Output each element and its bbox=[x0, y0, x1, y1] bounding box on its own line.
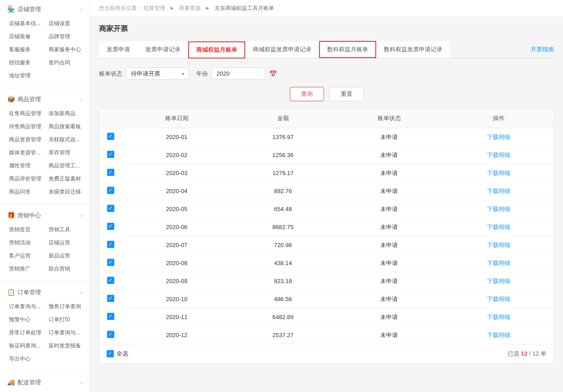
product-items: 在售商品管理 添加新商品 待售商品管理 商品搜索看板 商品资质管理 关联版式设.… bbox=[0, 107, 90, 202]
sidebar-item-order-5[interactable]: 异常订单处理 bbox=[7, 327, 47, 338]
calendar-icon[interactable]: 📅 bbox=[269, 70, 277, 77]
row-checkbox-cell bbox=[99, 254, 122, 272]
sidebar-item-store-1[interactable]: 店铺基本信... bbox=[7, 18, 47, 29]
row-checkbox-1[interactable] bbox=[107, 151, 114, 158]
sidebar-item-order-2[interactable]: 预售订单查询 bbox=[47, 301, 86, 312]
sidebar-item-marketing-8[interactable]: 联合营销 bbox=[47, 263, 86, 275]
sidebar-item-product-13[interactable]: 商品问答 bbox=[7, 186, 47, 198]
row-download-link[interactable]: 下载明细 bbox=[487, 206, 510, 212]
sidebar-item-store-4[interactable]: 品牌管理 bbox=[47, 31, 86, 42]
sidebar-item-marketing-1[interactable]: 营销首页 bbox=[7, 224, 47, 235]
row-download-link[interactable]: 下载明细 bbox=[487, 278, 510, 284]
sidebar-item-order-8[interactable]: 延时发货报备 bbox=[47, 340, 86, 351]
sidebar-item-store-2[interactable]: 店铺设置 bbox=[47, 18, 86, 29]
row-checkbox-8[interactable] bbox=[107, 277, 114, 284]
row-status: 未申请 bbox=[334, 128, 444, 146]
row-download-link[interactable]: 下载明细 bbox=[487, 332, 510, 338]
year-input[interactable] bbox=[212, 68, 266, 80]
tab-invoice-apply[interactable]: 发票申请 bbox=[99, 41, 138, 58]
select-all[interactable]: 全选 bbox=[107, 350, 128, 358]
sidebar-item-product-3[interactable]: 待售商品管理 bbox=[7, 121, 47, 132]
sidebar-item-order-7[interactable]: 验证码查询... bbox=[7, 340, 47, 351]
sidebar-header-marketing[interactable]: 🎁营销中心 › bbox=[0, 206, 90, 223]
sidebar-item-marketing-6[interactable]: 新品运营 bbox=[47, 250, 86, 261]
row-date: 2020-12 bbox=[122, 326, 231, 344]
sidebar-item-store-5[interactable]: 客服服务 bbox=[7, 44, 47, 55]
sidebar-item-store-7[interactable]: 招信服务 bbox=[7, 57, 47, 68]
row-checkbox-2[interactable] bbox=[107, 169, 114, 176]
sidebar-item-product-10[interactable]: 商品管理工... bbox=[47, 160, 86, 171]
row-download-link[interactable]: 下载明细 bbox=[487, 224, 510, 230]
sidebar-item-store-3[interactable]: 店铺装修 bbox=[7, 31, 47, 42]
tab-mall-invoice-record[interactable]: 商城权益发票申请记录 bbox=[245, 41, 319, 58]
sidebar-item-product-12[interactable]: 免费正版素材 bbox=[47, 173, 86, 185]
sidebar-item-product-1[interactable]: 在售商品管理 bbox=[7, 108, 47, 119]
sidebar-item-store-9[interactable]: 地址管理 bbox=[7, 70, 47, 81]
row-checkbox-0[interactable] bbox=[107, 133, 114, 140]
row-status: 未申请 bbox=[334, 182, 444, 200]
sidebar-item-product-8[interactable]: 库存管理 bbox=[47, 147, 86, 158]
sidebar-item-product-9[interactable]: 属性管理 bbox=[7, 160, 47, 171]
select-all-checkbox[interactable] bbox=[107, 350, 114, 357]
sidebar-item-order-4[interactable]: 订单打印 bbox=[47, 314, 86, 325]
status-select[interactable]: 待申请开票 已申请 全部 bbox=[126, 68, 189, 80]
row-checkbox-4[interactable] bbox=[107, 205, 114, 212]
sidebar: 🏪店铺管理 › 店铺基本信... 店铺设置 店铺装修 品牌管理 客服服务 商家服… bbox=[0, 0, 90, 392]
sidebar-item-marketing-7[interactable]: 营销推广 bbox=[7, 263, 47, 275]
row-download-link[interactable]: 下载明细 bbox=[487, 134, 510, 140]
sidebar-item-product-4[interactable]: 商品搜索看板 bbox=[47, 121, 86, 132]
sidebar-item-product-2[interactable]: 添加新商品 bbox=[47, 108, 86, 119]
row-download-link[interactable]: 下载明细 bbox=[487, 260, 510, 266]
marketing-items: 营销首页 营销工具 营销活动 店铺运营 客户运营 新品运营 营销推广 联合营销 bbox=[0, 223, 90, 279]
sidebar-item-marketing-4[interactable]: 店铺运营 bbox=[47, 237, 86, 248]
order-icon: 📋 bbox=[7, 288, 15, 296]
sidebar-item-marketing-5[interactable]: 客户运营 bbox=[7, 250, 47, 261]
row-download-link[interactable]: 下载明细 bbox=[487, 188, 510, 194]
sidebar-item-product-11[interactable]: 商品评价管理 bbox=[7, 173, 47, 185]
sidebar-item-marketing-2[interactable]: 营销工具 bbox=[47, 224, 86, 235]
sidebar-item-order-9[interactable]: 导出中心 bbox=[7, 353, 47, 365]
sidebar-item-order-3[interactable]: 预警中心 bbox=[7, 314, 47, 325]
row-download-link[interactable]: 下载明细 bbox=[487, 242, 510, 248]
data-table-wrapper: 账单日期 金额 账单状态 操作 2020-011376.97未申请下载明细202… bbox=[99, 108, 554, 364]
sidebar-header-product[interactable]: 📦商品管理 › bbox=[0, 90, 90, 107]
row-checkbox-3[interactable] bbox=[107, 187, 114, 194]
row-checkbox-6[interactable] bbox=[107, 241, 114, 248]
sidebar-item-product-6[interactable]: 关联版式设... bbox=[47, 134, 86, 145]
sidebar-item-store-6[interactable]: 商家服务中心 bbox=[47, 44, 86, 55]
sidebar-header-store[interactable]: 🏪店铺管理 › bbox=[0, 0, 90, 17]
row-checkbox-10[interactable] bbox=[107, 313, 114, 320]
tab-invoice-record[interactable]: 发票申请记录 bbox=[138, 41, 188, 58]
th-status: 账单状态 bbox=[334, 109, 444, 128]
breadcrumb-link-2[interactable]: 商家票据 bbox=[179, 5, 201, 11]
sidebar-header-delivery[interactable]: 🚚配送管理 › bbox=[0, 373, 90, 390]
tab-guide-link[interactable]: 开票指南 bbox=[531, 42, 554, 57]
breadcrumb-link-1[interactable]: 结算管理 bbox=[144, 5, 165, 11]
sidebar-item-order-6[interactable]: 订单查询与... bbox=[47, 327, 86, 338]
tab-digital-invoice-record[interactable]: 数科权益发票申请记录 bbox=[376, 41, 450, 58]
summary: 已选 12 / 12 单 bbox=[508, 350, 546, 358]
sidebar-header-order[interactable]: 📋订单管理 › bbox=[0, 283, 90, 300]
filter-row: 账单状态 待申请开票 已申请 全部 年份 📅 bbox=[99, 68, 554, 80]
sidebar-item-store-8[interactable]: 签约合同 bbox=[47, 57, 86, 68]
row-checkbox-11[interactable] bbox=[107, 331, 114, 338]
row-download-link[interactable]: 下载明细 bbox=[487, 170, 510, 176]
sidebar-title-product: 商品管理 bbox=[18, 96, 41, 103]
sidebar-item-product-7[interactable]: 媒体资源管... bbox=[7, 147, 47, 158]
row-download-link[interactable]: 下载明细 bbox=[487, 314, 510, 320]
query-button[interactable]: 查询 bbox=[290, 87, 324, 101]
sidebar-item-order-1[interactable]: 订单查询与... bbox=[7, 301, 47, 312]
row-checkbox-5[interactable] bbox=[107, 223, 114, 230]
reset-button[interactable]: 重置 bbox=[329, 87, 364, 101]
tab-mall-monthly[interactable]: 商城权益月账单 bbox=[188, 41, 245, 59]
sidebar-item-marketing-3[interactable]: 营销活动 bbox=[7, 237, 47, 248]
row-amount: 1256.36 bbox=[231, 146, 334, 164]
row-download-link[interactable]: 下载明细 bbox=[487, 296, 510, 302]
sidebar-item-product-5[interactable]: 商品资质管理 bbox=[7, 134, 47, 145]
row-download-link[interactable]: 下载明细 bbox=[487, 152, 510, 158]
row-checkbox-7[interactable] bbox=[107, 259, 114, 266]
row-checkbox-9[interactable] bbox=[107, 295, 114, 302]
tab-digital-monthly[interactable]: 数科权益月账单 bbox=[319, 41, 376, 58]
sidebar-item-product-14[interactable]: 末级类目迁移 bbox=[47, 186, 86, 198]
action-row: 查询 重置 bbox=[99, 87, 554, 101]
